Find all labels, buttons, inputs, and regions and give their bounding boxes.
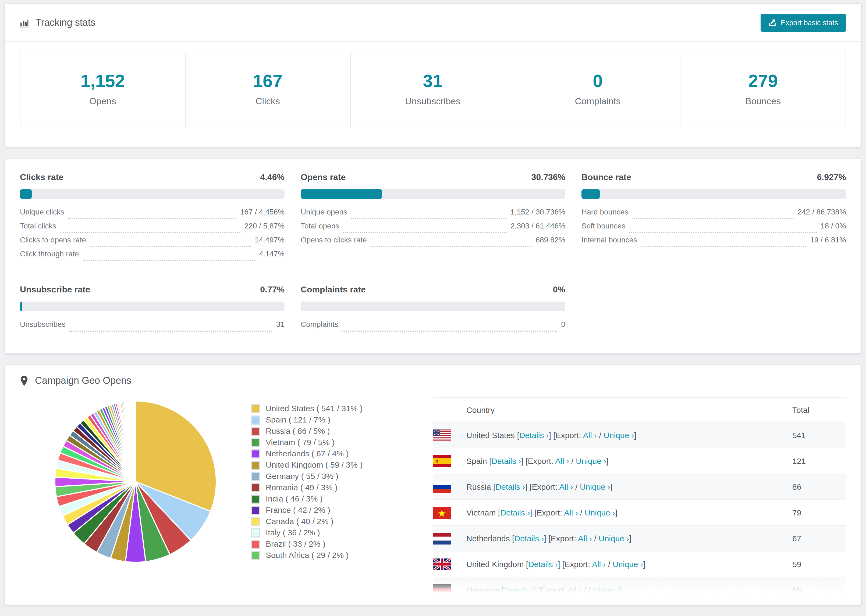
- geo-table-row-germany: Germany [Details ›] [Export: All › / Uni…: [433, 577, 846, 603]
- bracket: ] [Export:: [534, 585, 568, 594]
- details-link-ru[interactable]: Details ›: [495, 482, 525, 491]
- export-unique-link-de[interactable]: Unique ›: [589, 585, 619, 594]
- export-unique-link-nl[interactable]: Unique ›: [599, 534, 629, 543]
- country-name: United Kingdom: [466, 559, 524, 569]
- country-column-header: Country: [466, 398, 792, 422]
- details-link-es[interactable]: Details ›: [491, 456, 521, 465]
- rate-row-value: 4.147%: [259, 250, 285, 258]
- bracket: [: [496, 508, 501, 517]
- legend-item-germany: Germany ( 55 / 3% ): [251, 471, 423, 481]
- legend-item-spain: Spain ( 121 / 7% ): [251, 415, 423, 425]
- export-all-link-vn[interactable]: All ›: [564, 508, 578, 517]
- legend-label: Italy ( 36 / 2% ): [266, 528, 320, 537]
- bracket: ] [Export:: [549, 431, 583, 440]
- geo-table-wrap: Country Total United States [Details ›] …: [433, 397, 846, 603]
- rate-title: Bounce rate: [581, 173, 631, 182]
- legend-item-italy: Italy ( 36 / 2% ): [251, 528, 423, 537]
- geo-opens-card: Campaign Geo Opens United States ( 541 /…: [4, 365, 862, 605]
- flag-icon-es: [433, 455, 451, 467]
- rate-row-label: Complaints: [301, 320, 339, 328]
- total-column-header: Total: [792, 398, 846, 422]
- export-all-link-es[interactable]: All ›: [555, 456, 569, 465]
- separator: /: [592, 534, 599, 543]
- tracking-stats-card: Tracking stats Export basic stats 1,152O…: [4, 3, 862, 147]
- legend-swatch: [251, 528, 260, 537]
- export-unique-link-ru[interactable]: Unique ›: [580, 482, 610, 491]
- rate-section-head: Complaints rate0%: [301, 285, 565, 295]
- geo-table-row-spain: Spain [Details ›] [Export: All › / Uniqu…: [433, 448, 846, 474]
- geo-table-row-united-states: United States [Details ›] [Export: All ›…: [433, 422, 846, 448]
- bracket: [: [510, 534, 515, 543]
- country-total: 59: [792, 551, 846, 577]
- legend-swatch: [251, 551, 260, 560]
- legend-item-netherlands: Netherlands ( 67 / 4% ): [251, 449, 423, 459]
- details-link-de[interactable]: Details ›: [504, 585, 534, 594]
- country-name: Spain: [466, 456, 487, 465]
- country-name: Netherlands: [466, 534, 510, 543]
- stat-label: Opens: [20, 96, 185, 107]
- details-link-gb[interactable]: Details ›: [528, 559, 558, 569]
- geo-opens-header: Campaign Geo Opens: [5, 365, 861, 397]
- dotted-leader: [90, 246, 251, 247]
- stat-label: Bounces: [680, 96, 846, 107]
- rate-row-opens-to-clicks-rate: Opens to clicks rate689.82%: [301, 236, 565, 250]
- details-link-nl[interactable]: Details ›: [514, 534, 544, 543]
- export-all-link-gb[interactable]: All ›: [592, 559, 606, 569]
- details-link-us[interactable]: Details ›: [519, 431, 549, 440]
- bracket: ]: [610, 482, 612, 491]
- summary-stat-opens: 1,152Opens: [20, 52, 186, 127]
- export-all-link-ru[interactable]: All ›: [559, 482, 573, 491]
- legend-swatch: [251, 494, 260, 503]
- bracket: [: [499, 585, 504, 594]
- rate-title: Opens rate: [301, 173, 346, 182]
- legend-item-russia: Russia ( 86 / 5% ): [251, 426, 423, 436]
- rate-row-label: Opens to clicks rate: [301, 236, 367, 244]
- rate-row-complaints: Complaints0: [301, 320, 565, 334]
- rate-row-value: 19 / 6.81%: [810, 236, 846, 244]
- rate-section-head: Bounce rate6.927%: [581, 173, 846, 182]
- legend-item-canada: Canada ( 40 / 2% ): [251, 517, 423, 526]
- export-all-link-de[interactable]: All ›: [568, 585, 582, 594]
- summary-stat-unsubscribes: 31Unsubscribes: [350, 52, 516, 127]
- export-unique-link-us[interactable]: Unique ›: [603, 431, 634, 440]
- rate-row-label: Unique clicks: [20, 207, 64, 216]
- summary-stat-complaints: 0Complaints: [516, 52, 681, 127]
- export-basic-stats-button[interactable]: Export basic stats: [761, 14, 846, 31]
- export-all-link-nl[interactable]: All ›: [578, 534, 592, 543]
- legend-item-romania: Romania ( 49 / 3% ): [251, 483, 423, 492]
- flag-icon-ru: [433, 481, 451, 493]
- details-link-vn[interactable]: Details ›: [500, 508, 530, 517]
- legend-swatch: [251, 506, 260, 515]
- geo-card-title: Campaign Geo Opens: [35, 375, 131, 387]
- progress-bar-track: [581, 189, 846, 199]
- dotted-leader: [83, 260, 255, 261]
- legend-item-united-kingdom: United Kingdom ( 59 / 3% ): [251, 460, 423, 470]
- bracket: [: [515, 431, 519, 440]
- flag-icon-nl: [433, 533, 451, 544]
- flag-column-header: [433, 398, 466, 422]
- dotted-leader: [629, 232, 817, 233]
- export-unique-link-es[interactable]: Unique ›: [576, 456, 606, 465]
- bar-chart-icon: [20, 18, 29, 27]
- rate-row-hard-bounces: Hard bounces242 / 86.738%: [581, 207, 846, 222]
- export-unique-link-vn[interactable]: Unique ›: [585, 508, 615, 517]
- export-unique-link-gb[interactable]: Unique ›: [612, 559, 643, 569]
- legend-label: Germany ( 55 / 3% ): [266, 471, 339, 481]
- rate-row-label: Total opens: [301, 222, 339, 230]
- dotted-leader: [632, 218, 794, 219]
- rate-row-label: Internal bounces: [581, 236, 637, 244]
- summary-strip: 1,152Opens167Clicks31Unsubscribes0Compla…: [20, 52, 846, 127]
- bracket: ]: [619, 585, 621, 594]
- legend-item-south-africa: South Africa ( 29 / 2% ): [251, 550, 423, 560]
- country-total: 55: [792, 577, 846, 603]
- export-all-link-us[interactable]: All ›: [583, 431, 597, 440]
- progress-bar-fill: [301, 189, 382, 199]
- progress-bar-fill: [20, 302, 22, 311]
- bracket: [: [524, 559, 528, 569]
- rate-row-unique-clicks: Unique clicks167 / 4.456%: [20, 207, 285, 222]
- geo-table-row-vietnam: Vietnam [Details ›] [Export: All › / Uni…: [433, 500, 846, 525]
- legend-item-united-states: United States ( 541 / 31% ): [251, 404, 423, 413]
- rate-section-complaints-rate: Complaints rate0%Complaints0: [301, 285, 565, 334]
- legend-item-vietnam: Vietnam ( 79 / 5% ): [251, 438, 423, 447]
- geo-body: United States ( 541 / 31% )Spain ( 121 /…: [5, 397, 861, 603]
